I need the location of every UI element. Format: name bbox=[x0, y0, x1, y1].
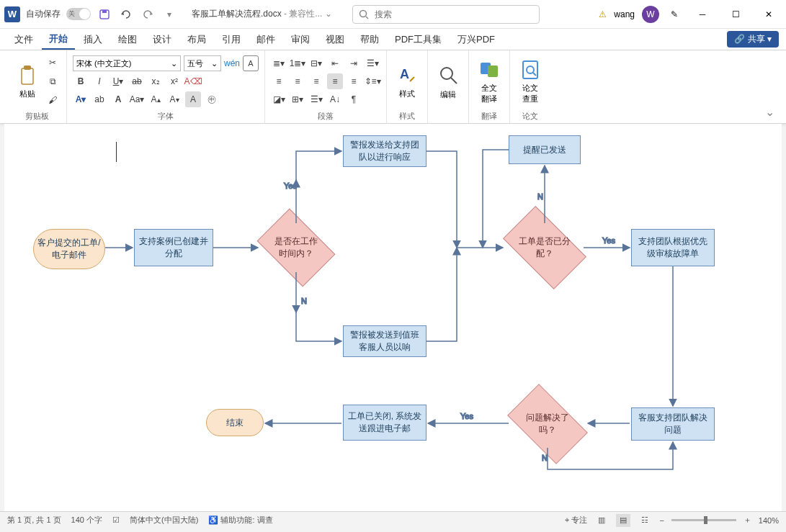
show-marks[interactable]: ¶ bbox=[346, 91, 362, 107]
status-language[interactable]: 简体中文(中国大陆) bbox=[130, 515, 198, 526]
minimize-button[interactable]: ─ bbox=[689, 4, 715, 24]
search-box[interactable] bbox=[352, 5, 540, 24]
clear-formatting[interactable]: A⌫ bbox=[185, 73, 201, 89]
styles-button[interactable]: A 样式 bbox=[393, 63, 421, 101]
node-review-priority[interactable]: 支持团队根据优先级审核故障单 bbox=[631, 229, 715, 266]
char-border[interactable]: A bbox=[243, 55, 259, 71]
svg-line-3 bbox=[366, 17, 368, 19]
editing-button[interactable]: 编辑 bbox=[434, 63, 463, 102]
node-case-created[interactable]: 支持案例已创建并分配 bbox=[134, 229, 213, 266]
phonetic-guide[interactable]: wén bbox=[224, 55, 240, 71]
font-size-dropdown[interactable]: 五号⌄ bbox=[184, 55, 221, 71]
align-left[interactable]: ≡ bbox=[271, 73, 287, 89]
tab-home[interactable]: 开始 bbox=[42, 30, 75, 50]
font-name-dropdown[interactable]: 宋体 (中文正文)⌄ bbox=[73, 55, 181, 71]
borders-button[interactable]: ⊞▾ bbox=[290, 91, 305, 107]
pen-icon[interactable]: ✎ bbox=[666, 6, 682, 22]
status-page[interactable]: 第 1 页, 共 1 页 bbox=[7, 515, 61, 526]
warning-icon[interactable]: ⚠ bbox=[599, 9, 607, 19]
maximize-button[interactable]: ☐ bbox=[723, 4, 749, 24]
line-spacing[interactable]: ⇕≡▾ bbox=[365, 73, 380, 89]
grow-font[interactable]: A▴ bbox=[148, 91, 164, 107]
decrease-indent[interactable]: ⇤ bbox=[327, 55, 343, 71]
thesis-check-button[interactable]: 论文 查重 bbox=[516, 57, 545, 106]
tab-draw[interactable]: 绘图 bbox=[111, 30, 144, 49]
enclosed-char[interactable]: A bbox=[185, 91, 201, 107]
node-ticket-closed[interactable]: 工单已关闭, 系统发送跟进电子邮 bbox=[343, 405, 427, 441]
tab-help[interactable]: 帮助 bbox=[353, 30, 386, 49]
tab-layout[interactable]: 布局 bbox=[180, 30, 213, 49]
tab-pdf-toolkit[interactable]: PDF工具集 bbox=[388, 30, 449, 49]
autosave-toggle[interactable]: 关 bbox=[66, 8, 91, 20]
save-button[interactable] bbox=[97, 6, 112, 22]
align-center[interactable]: ≡ bbox=[290, 73, 305, 89]
undo-button[interactable] bbox=[118, 6, 134, 22]
italic-button[interactable]: I bbox=[91, 73, 107, 89]
focus-mode[interactable]: ⌖ 专注 bbox=[565, 515, 587, 526]
zoom-in[interactable]: ＋ bbox=[743, 515, 751, 526]
node-reminder[interactable]: 提醒已发送 bbox=[509, 135, 581, 164]
tab-insert[interactable]: 插入 bbox=[76, 30, 110, 49]
node-resolve[interactable]: 客服支持团队解决问题 bbox=[631, 407, 715, 441]
shrink-font[interactable]: A▾ bbox=[166, 91, 182, 107]
view-read[interactable]: ▥ bbox=[594, 514, 609, 527]
tab-file[interactable]: 文件 bbox=[7, 30, 40, 49]
node-in-hours-q[interactable]: 是否在工作时间内？ bbox=[264, 225, 329, 271]
node-assigned-q[interactable]: 工单是否已分配？ bbox=[509, 225, 581, 271]
collapse-ribbon[interactable]: ⌄ bbox=[761, 101, 779, 123]
align-right[interactable]: ≡ bbox=[308, 73, 324, 89]
numbering-button[interactable]: 1≣▾ bbox=[290, 55, 305, 71]
bold-button[interactable]: B bbox=[73, 73, 89, 89]
paste-button[interactable]: 粘贴 bbox=[13, 63, 42, 101]
document-canvas[interactable]: 客户提交的工单/电子邮件 支持案例已创建并分配 是否在工作时间内？ 警报发送给支… bbox=[4, 124, 782, 511]
asian-layout[interactable]: ☰▾ bbox=[365, 55, 380, 71]
highlight-color[interactable]: ab bbox=[91, 91, 107, 107]
format-painter-button[interactable]: 🖌 bbox=[45, 92, 61, 108]
tab-references[interactable]: 引用 bbox=[215, 30, 248, 49]
subscript-button[interactable]: x₂ bbox=[148, 73, 164, 89]
copy-button[interactable]: ⧉ bbox=[45, 73, 61, 89]
view-print[interactable]: ▤ bbox=[616, 514, 630, 527]
qat-customize[interactable]: ▾ bbox=[161, 6, 177, 22]
underline-button[interactable]: U ▾ bbox=[110, 73, 126, 89]
align-distribute[interactable]: ≡ bbox=[346, 73, 362, 89]
sort-button[interactable]: A↓ bbox=[327, 91, 343, 107]
search-input[interactable] bbox=[373, 9, 533, 20]
redo-button[interactable] bbox=[140, 6, 156, 22]
cut-button[interactable]: ✂ bbox=[45, 55, 61, 71]
superscript-button[interactable]: x² bbox=[166, 73, 182, 89]
node-alert-team[interactable]: 警报发送给支持团队以进行响应 bbox=[343, 135, 427, 167]
tab-wanxing-pdf[interactable]: 万兴PDF bbox=[450, 30, 502, 49]
shading-button[interactable]: ◪▾ bbox=[271, 91, 287, 107]
asian-layout-2[interactable]: ☰▾ bbox=[308, 91, 324, 107]
char-shading[interactable]: Aa▾ bbox=[129, 91, 145, 107]
tab-view[interactable]: 视图 bbox=[318, 30, 352, 49]
align-justify[interactable]: ≡ bbox=[327, 73, 343, 89]
status-accessibility[interactable]: ♿ 辅助功能: 调查 bbox=[208, 515, 272, 526]
font-color[interactable]: A bbox=[110, 91, 126, 107]
title-dropdown[interactable]: ⌄ bbox=[325, 9, 332, 19]
node-start[interactable]: 客户提交的工单/电子邮件 bbox=[33, 229, 105, 269]
circled-char[interactable]: ㊥ bbox=[204, 91, 220, 107]
zoom-level[interactable]: 140% bbox=[759, 516, 779, 525]
translate-button[interactable]: 全文 翻译 bbox=[475, 57, 504, 106]
increase-indent[interactable]: ⇥ bbox=[346, 55, 362, 71]
strikethrough-button[interactable]: ab bbox=[129, 73, 145, 89]
status-proofing-icon[interactable]: ☑ bbox=[112, 515, 120, 525]
status-wordcount[interactable]: 140 个字 bbox=[71, 515, 102, 526]
node-alert-oncall[interactable]: 警报被发送到值班客服人员以响 bbox=[343, 325, 427, 357]
node-solved-q[interactable]: 问题解决了吗？ bbox=[513, 402, 582, 446]
zoom-out[interactable]: − bbox=[659, 516, 664, 525]
view-web[interactable]: ☷ bbox=[638, 514, 652, 527]
user-avatar[interactable]: W bbox=[642, 6, 659, 23]
tab-design[interactable]: 设计 bbox=[146, 30, 179, 49]
bullets-button[interactable]: ≣▾ bbox=[271, 55, 287, 71]
tab-review[interactable]: 审阅 bbox=[284, 30, 317, 49]
share-button[interactable]: 🔗 共享 ▾ bbox=[727, 31, 779, 48]
tab-mailings[interactable]: 邮件 bbox=[249, 30, 282, 49]
node-end[interactable]: 结束 bbox=[206, 409, 264, 436]
text-effects[interactable]: A▾ bbox=[73, 91, 89, 107]
zoom-slider[interactable] bbox=[671, 519, 736, 521]
close-button[interactable]: ✕ bbox=[756, 4, 782, 24]
multilevel-list[interactable]: ⊟▾ bbox=[308, 55, 324, 71]
